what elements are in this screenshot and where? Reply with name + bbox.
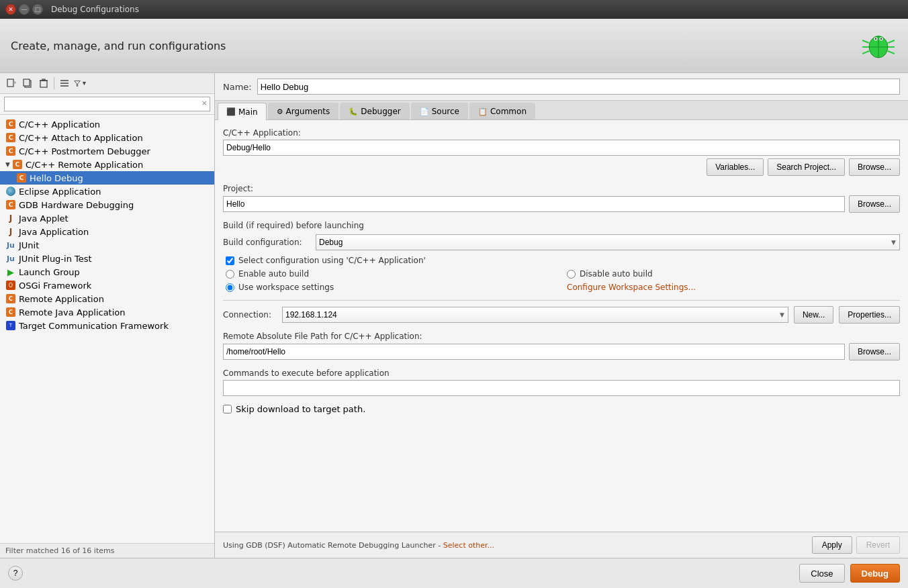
skip-download-checkbox[interactable] [223,405,232,413]
tree-item-remote-java[interactable]: C Remote Java Application [0,305,214,319]
debug-button[interactable]: Debug [850,564,900,583]
tree-item-c-cpp-app[interactable]: C C/C++ Application [0,117,214,131]
connection-section: Connection: 192.168.1.124 ▼ New... Prope… [223,306,900,324]
remote-path-input[interactable] [223,344,845,360]
maximize-button[interactable]: □ [32,4,43,15]
c-cpp-app-icon: C [5,119,16,130]
tree-item-java-applet[interactable]: J Java Applet [0,211,214,225]
browse-project-button[interactable]: Browse... [849,195,900,213]
tree-item-junit-plugin[interactable]: Ju JUnit Plug-in Test [0,252,214,265]
tab-source[interactable]: 📄 Source [411,103,468,119]
titlebar-buttons: ✕ — □ [5,4,43,15]
gdb-hardware-icon: C [5,199,16,210]
skip-download-label[interactable]: Skip download to target path. [236,404,365,414]
hello-debug-icon: C [16,173,27,183]
close-window-button[interactable]: ✕ [5,4,16,15]
enable-auto-build-radio[interactable] [226,270,234,279]
tab-main[interactable]: ⬛ Main [218,103,267,120]
tree-item-junit[interactable]: Ju JUnit [0,238,214,252]
tree-item-label: JUnit [19,240,39,250]
tree-container: C C/C++ Application C C/C++ Attach to Ap… [0,115,214,543]
tree-item-label: C/C++ Postmortem Debugger [19,146,150,156]
source-tab-icon: 📄 [420,107,429,116]
select-config-label[interactable]: Select configuration using 'C/C++ Applic… [238,256,426,265]
tree-item-gdb-hardware[interactable]: C GDB Hardware Debugging [0,198,214,211]
remote-path-section: Remote Absolute File Path for C/C++ Appl… [223,332,900,360]
collapse-all-button[interactable] [57,76,72,91]
project-input[interactable] [223,196,845,212]
svg-point-5 [880,38,882,40]
window-title: Debug Configurations [51,5,139,14]
tree-item-tcf[interactable]: T Target Communication Framework [0,319,214,332]
divider [223,300,900,301]
select-config-checkbox[interactable] [226,256,234,265]
revert-button[interactable]: Revert [856,536,900,554]
properties-button[interactable]: Properties... [839,306,900,324]
bottom-bar: Using GDB (DSF) Automatic Remote Debuggi… [215,532,908,558]
name-row: Name: [215,73,908,101]
tab-arguments[interactable]: ⚙ Arguments [268,103,339,119]
tree-item-label: OSGi Framework [19,281,91,291]
use-workspace-radio[interactable] [226,283,234,292]
search-project-button[interactable]: Search Project... [768,158,845,176]
svg-rect-20 [40,81,47,87]
svg-line-8 [862,51,869,54]
cpp-app-input[interactable] [223,140,900,156]
variables-button[interactable]: Variables... [707,158,764,176]
enable-auto-build-label[interactable]: Enable auto build [238,269,309,279]
new-connection-button[interactable]: New... [794,306,833,324]
use-workspace-label[interactable]: Use workspace settings [238,283,334,292]
tree-item-osgi[interactable]: O OSGi Framework [0,279,214,292]
remote-java-icon: C [5,307,16,317]
new-config-button[interactable] [4,76,19,91]
configure-workspace-link[interactable]: Configure Workspace Settings... [567,283,696,292]
apply-button[interactable]: Apply [812,536,852,554]
filter-button[interactable]: ▼ [73,76,88,91]
select-other-link[interactable]: Select other... [443,541,494,550]
tab-common[interactable]: 📋 Common [469,103,535,119]
c-cpp-remote-icon: C [12,159,23,170]
tree-item-eclipse-app[interactable]: Eclipse Application [0,185,214,198]
filter-status: Filter matched 16 of 16 items [0,543,214,558]
search-clear-button[interactable]: × [201,99,208,107]
browse-cpp-button[interactable]: Browse... [849,158,900,176]
tree-item-label: C/C++ Remote Application [26,160,143,170]
disable-auto-build-label[interactable]: Disable auto build [580,269,653,279]
tree-item-c-cpp-attach[interactable]: C C/C++ Attach to Application [0,131,214,144]
delete-config-button[interactable] [36,76,51,91]
tree-item-label: Launch Group [19,267,80,277]
eclipse-icon [5,186,16,197]
search-input[interactable] [4,97,210,111]
project-label: Project: [223,184,900,193]
remote-path-row: Browse... [223,343,900,360]
toolbar-separator [54,77,54,89]
tree-item-launch-group[interactable]: ▶ Launch Group [0,265,214,279]
duplicate-config-button[interactable] [20,76,35,91]
tab-debugger[interactable]: 🐛 Debugger [340,103,409,119]
browse-remote-button[interactable]: Browse... [849,343,900,360]
connection-select[interactable]: 192.168.1.124 [282,307,788,323]
commands-input[interactable] [223,380,900,396]
tree-item-java-app[interactable]: J Java Application [0,225,214,238]
c-cpp-postmortem-icon: C [5,146,16,156]
cpp-app-label: C/C++ Application: [223,128,900,138]
junit-icon: Ju [5,240,16,250]
launcher-text-static: Using GDB (DSF) Automatic Remote Debuggi… [223,541,441,550]
name-input[interactable] [257,79,900,95]
tree-item-hello-debug[interactable]: C Hello Debug [0,171,214,185]
disable-auto-build-radio[interactable] [567,270,576,279]
tree-item-remote-app[interactable]: C Remote Application [0,292,214,305]
tree-item-c-cpp-postmortem[interactable]: C C/C++ Postmortem Debugger [0,144,214,158]
cpp-app-button-row: Variables... Search Project... Browse... [223,158,900,176]
close-button[interactable]: Close [799,564,844,583]
minimize-button[interactable]: — [19,4,30,15]
tree-item-c-cpp-remote[interactable]: ▼ C C/C++ Remote Application [0,158,214,171]
content-area: ▼ × C C/C++ Application C C/C++ Attach t [0,73,908,558]
build-config-select[interactable]: Debug Release [316,234,900,250]
tree-item-label: Remote Java Application [19,307,126,317]
titlebar: ✕ — □ Debug Configurations [0,0,908,19]
left-panel: ▼ × C C/C++ Application C C/C++ Attach t [0,73,215,558]
help-button[interactable]: ? [8,566,23,581]
java-applet-icon: J [5,213,16,224]
search-container: × [4,97,210,111]
